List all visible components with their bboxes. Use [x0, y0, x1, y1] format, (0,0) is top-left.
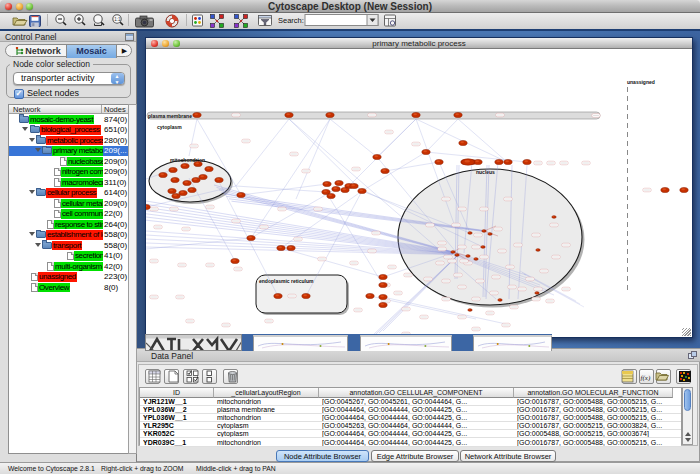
- svg-text:unassigned: unassigned: [627, 79, 655, 85]
- svg-text:1:1: 1:1: [114, 17, 121, 22]
- svg-text:plasma membrane: plasma membrane: [148, 113, 192, 119]
- svg-text:nucleus: nucleus: [476, 169, 495, 175]
- svg-text:endoplasmic reticulum: endoplasmic reticulum: [259, 278, 314, 284]
- svg-text:cytoplasm: cytoplasm: [157, 124, 182, 130]
- svg-text:Search:: Search:: [278, 16, 304, 25]
- svg-text:f(x): f(x): [641, 374, 651, 382]
